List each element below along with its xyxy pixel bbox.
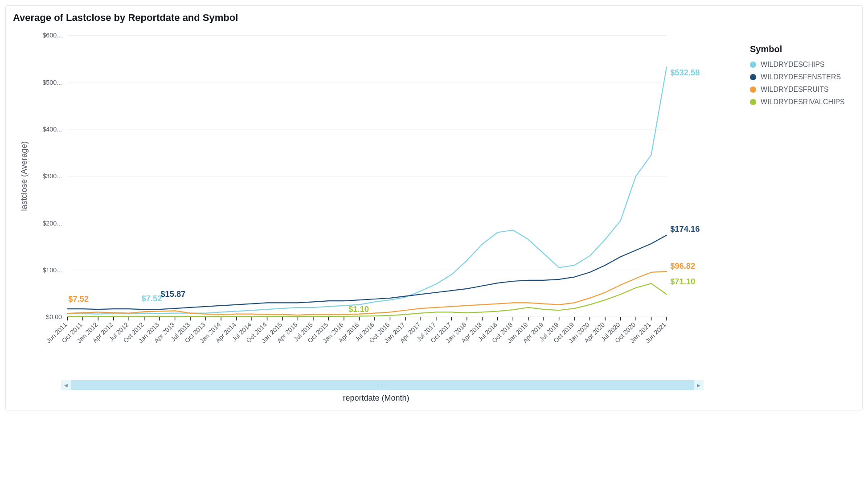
data-label: $7.52 bbox=[68, 294, 89, 303]
legend-swatch bbox=[750, 74, 756, 80]
svg-text:$500...: $500... bbox=[42, 79, 62, 86]
legend-swatch bbox=[750, 99, 756, 105]
legend-item[interactable]: WILDRYDESCHIPS bbox=[750, 61, 852, 69]
line-chart-svg[interactable]: $0.00$100...$200...$300...$400...$500...… bbox=[13, 26, 739, 371]
svg-text:$0.00: $0.00 bbox=[46, 313, 62, 320]
svg-text:$600...: $600... bbox=[42, 32, 62, 39]
legend-item[interactable]: WILDRYDESRIVALCHIPS bbox=[750, 98, 852, 106]
scroller-grip-icon[interactable]: : : : bbox=[377, 383, 388, 387]
legend: Symbol WILDRYDESCHIPSWILDRYDESFENSTERSWI… bbox=[739, 26, 855, 114]
svg-text:$100...: $100... bbox=[42, 266, 62, 274]
scroller-right-handle[interactable]: ▶ bbox=[694, 380, 704, 390]
series-WILDRYDESCHIPS[interactable] bbox=[67, 67, 667, 314]
legend-label: WILDRYDESCHIPS bbox=[761, 61, 825, 69]
legend-label: WILDRYDESFENSTERS bbox=[761, 73, 841, 81]
time-range-scroller[interactable]: ◀ : : : ▶ bbox=[61, 380, 704, 390]
data-label: $7.52 bbox=[142, 294, 162, 303]
data-label: $1.10 bbox=[348, 304, 369, 314]
data-label: $96.82 bbox=[670, 261, 695, 271]
data-label: $15.87 bbox=[160, 289, 185, 299]
chart-title: Average of Lastclose by Reportdate and S… bbox=[13, 12, 855, 24]
legend-label: WILDRYDESRIVALCHIPS bbox=[761, 98, 845, 106]
data-label: $71.10 bbox=[670, 277, 695, 286]
svg-text:$400...: $400... bbox=[42, 126, 62, 133]
x-axis-title: reportdate (Month) bbox=[13, 394, 739, 403]
legend-item[interactable]: WILDRYDESFRUITS bbox=[750, 86, 852, 94]
chart-card: Average of Lastclose by Reportdate and S… bbox=[5, 5, 863, 410]
legend-item[interactable]: WILDRYDESFENSTERS bbox=[750, 73, 852, 81]
svg-text:$200...: $200... bbox=[42, 220, 62, 227]
legend-label: WILDRYDESFRUITS bbox=[761, 86, 829, 94]
data-label: $532.58 bbox=[670, 68, 700, 77]
svg-text:$300...: $300... bbox=[42, 172, 62, 180]
svg-text:lastclose (Average): lastclose (Average) bbox=[19, 141, 29, 211]
data-label: $174.16 bbox=[670, 224, 700, 234]
legend-title: Symbol bbox=[750, 44, 852, 54]
chart-area[interactable]: $0.00$100...$200...$300...$400...$500...… bbox=[13, 26, 739, 403]
scroller-left-handle[interactable]: ◀ bbox=[61, 380, 71, 390]
legend-swatch bbox=[750, 86, 756, 93]
legend-swatch bbox=[750, 62, 756, 68]
chart-row: $0.00$100...$200...$300...$400...$500...… bbox=[13, 26, 855, 403]
